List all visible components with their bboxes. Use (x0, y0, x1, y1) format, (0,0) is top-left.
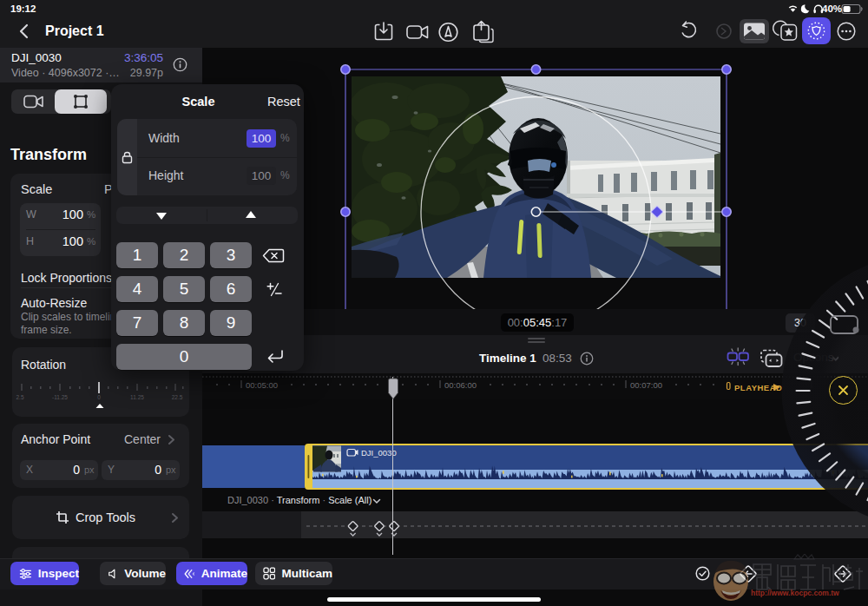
svg-text:11.25: 11.25 (130, 394, 144, 400)
svg-text:-11.25: -11.25 (52, 394, 68, 400)
svg-text:00:07:00: 00:07:00 (630, 380, 662, 390)
svg-text:0: 0 (97, 394, 101, 400)
svg-text:00:06:00: 00:06:00 (444, 380, 477, 390)
svg-text:00:05:00: 00:05:00 (246, 380, 278, 390)
svg-text:2.5: 2.5 (16, 394, 23, 400)
svg-text:http://www.kocpc.com.tw: http://www.kocpc.com.tw (751, 589, 839, 597)
svg-text:DJI_0030: DJI_0030 (361, 448, 397, 458)
svg-text:22.5: 22.5 (172, 394, 183, 400)
